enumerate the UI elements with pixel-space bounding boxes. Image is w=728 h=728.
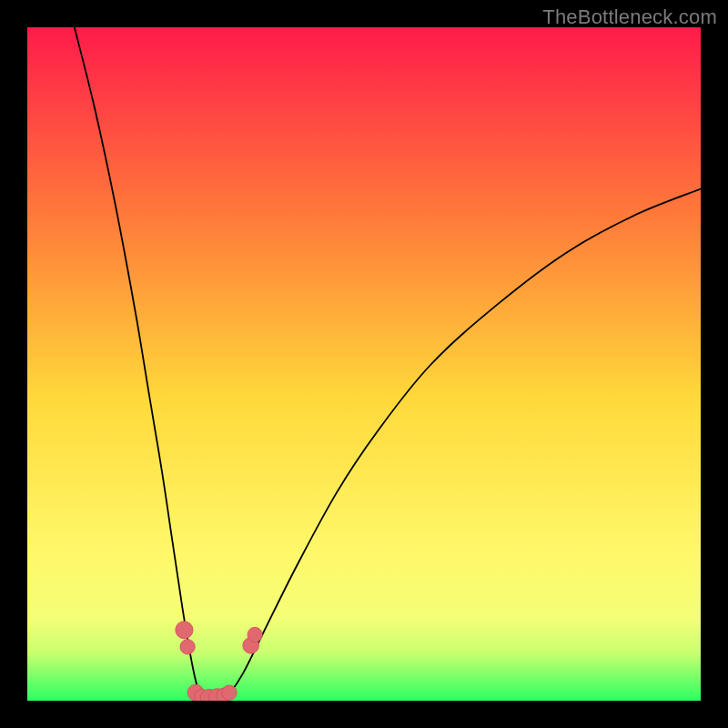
data-marker — [180, 640, 195, 654]
gradient-background — [27, 27, 701, 701]
watermark-text: TheBottleneck.com — [542, 5, 717, 29]
chart-container: TheBottleneck.com — [0, 0, 728, 728]
plot-area — [27, 27, 701, 701]
data-marker — [176, 622, 193, 639]
chart-svg — [27, 27, 701, 701]
data-marker — [248, 627, 262, 642]
data-marker — [222, 685, 237, 700]
